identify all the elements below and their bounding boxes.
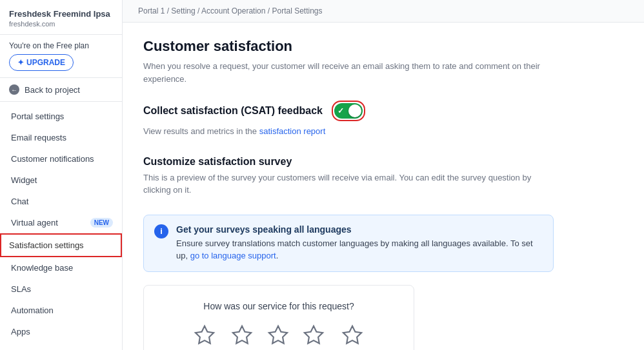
star-icon	[267, 324, 289, 346]
sidebar-item-satisfaction-settings[interactable]: Satisfaction settings	[0, 233, 122, 257]
back-to-project-button[interactable]: ← Back to project	[0, 78, 122, 102]
new-badge: NEW	[90, 218, 113, 228]
customize-desc: This is a preview of the survey your cus…	[143, 171, 554, 197]
sidebar-item-label: Email requests	[11, 133, 66, 142]
sidebar-item-label: Customer notifications	[11, 154, 94, 164]
back-icon: ←	[9, 84, 19, 95]
star-item-poor[interactable]: Poor	[231, 324, 253, 351]
collect-sub-text: View results and metrics in the satisfac…	[143, 125, 554, 138]
sidebar-item-slas[interactable]: SLAs	[0, 278, 122, 300]
nav-items: Portal settingsEmail requestsCustomer no…	[0, 106, 122, 342]
page-title: Customer satisfaction	[143, 38, 554, 55]
sidebar-item-email-requests[interactable]: Email requests	[0, 127, 122, 148]
sidebar-item-widget[interactable]: Widget	[0, 170, 122, 191]
toggle-knob	[348, 104, 361, 117]
sidebar-item-label: SLAs	[11, 284, 31, 294]
sidebar-item-chat[interactable]: Chat	[0, 191, 122, 212]
back-label: Back to project	[25, 85, 80, 95]
star-item-very-good[interactable]: Very good	[336, 324, 368, 351]
info-icon: i	[154, 224, 168, 238]
star-icon	[341, 324, 363, 346]
sidebar-nav: Portal settingsEmail requestsCustomer no…	[0, 102, 122, 350]
upgrade-icon: ✦	[17, 58, 24, 67]
sidebar-item-label: Satisfaction settings	[9, 240, 84, 250]
sidebar-item-label: Automation	[11, 306, 54, 315]
sidebar-item-knowledge-base[interactable]: Knowledge base	[0, 257, 122, 278]
app-subtitle: freshdesk.com	[9, 20, 113, 28]
content-area: Customer satisfaction When you resolve a…	[123, 23, 574, 350]
customize-survey-section: Customize satisfaction survey This is a …	[143, 156, 554, 197]
sidebar-item-label: Widget	[11, 175, 37, 185]
sidebar: Freshdesk Freemind Ipsa freshdesk.com Yo…	[0, 0, 123, 350]
sidebar-header: Freshdesk Freemind Ipsa freshdesk.com	[0, 0, 122, 35]
sidebar-item-apps[interactable]: Apps	[0, 321, 122, 342]
star-item-good[interactable]: Good	[303, 324, 325, 351]
satisfaction-report-link[interactable]: satisfaction report	[259, 126, 326, 136]
toggle-check-icon: ✓	[337, 106, 344, 115]
info-content: Get your surveys speaking all languages …	[176, 224, 543, 262]
language-support-link[interactable]: go to language support	[190, 251, 276, 260]
breadcrumb: Portal 1 / Setting / Account Operation /…	[123, 0, 644, 23]
sidebar-item-label: Knowledge base	[11, 263, 73, 273]
upgrade-label: UPGRADE	[26, 58, 65, 67]
sidebar-item-virtual-agent[interactable]: Virtual agentNEW	[0, 212, 122, 233]
star-icon	[231, 324, 253, 346]
sidebar-item-label: Portal settings	[11, 112, 64, 121]
collect-sub: View results and metrics in the	[143, 126, 259, 136]
sidebar-item-label: Chat	[11, 197, 28, 206]
survey-question[interactable]: How was our service for this request?	[159, 301, 398, 311]
sidebar-item-label: Apps	[11, 327, 30, 336]
sidebar-item-portal-settings[interactable]: Portal settings	[0, 106, 122, 127]
app-title: Freshdesk Freemind Ipsa	[9, 9, 113, 19]
star-item-average[interactable]: Average	[265, 324, 291, 351]
star-icon	[303, 324, 325, 346]
page-description: When you resolve a request, your custome…	[143, 60, 554, 85]
sidebar-item-automation[interactable]: Automation	[0, 300, 122, 321]
main-content: Portal 1 / Setting / Account Operation /…	[123, 0, 644, 350]
info-title: Get your surveys speaking all languages	[176, 224, 543, 235]
collect-row: Collect satisfaction (CSAT) feedback ✓	[143, 101, 554, 121]
survey-preview-card: How was our service for this request? Ve…	[143, 285, 414, 351]
collect-label: Collect satisfaction (CSAT) feedback	[143, 105, 323, 117]
upgrade-button[interactable]: ✦ UPGRADE	[9, 54, 74, 71]
csat-toggle[interactable]: ✓	[334, 103, 363, 119]
star-item-very-poor[interactable]: Very poor	[189, 324, 219, 351]
info-desc: Ensure survey translations match custome…	[176, 237, 543, 262]
plan-text: You're on the Free plan	[9, 41, 113, 50]
stars-row: Very poorPoorAverageGoodVery good	[159, 324, 398, 351]
sidebar-item-label: Virtual agent	[11, 218, 58, 228]
customize-title: Customize satisfaction survey	[143, 156, 554, 168]
star-icon	[194, 324, 216, 346]
sidebar-item-customer-notifications[interactable]: Customer notifications	[0, 148, 122, 170]
collect-csat-section: Collect satisfaction (CSAT) feedback ✓ V…	[143, 101, 554, 138]
info-box: i Get your surveys speaking all language…	[143, 215, 554, 272]
toggle-wrapper: ✓	[332, 101, 365, 121]
plan-section: You're on the Free plan ✦ UPGRADE	[0, 35, 122, 78]
